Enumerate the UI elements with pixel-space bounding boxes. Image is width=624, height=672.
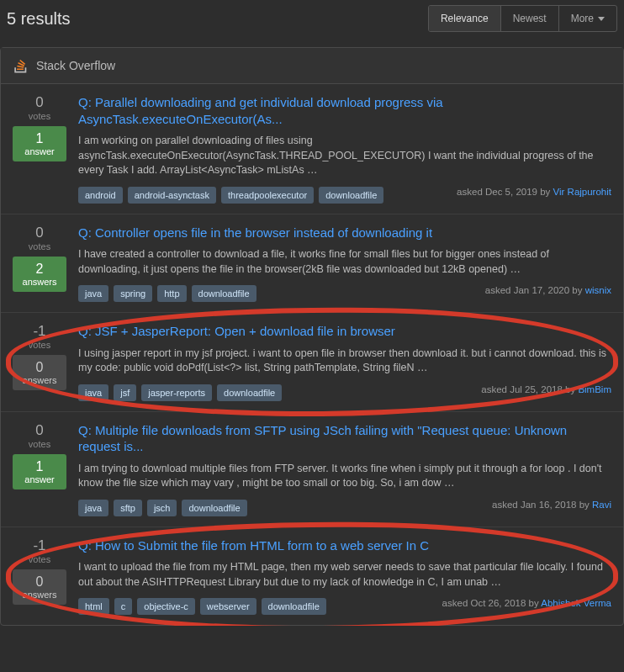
results-count: 5 results [7,9,71,29]
tag-list: htmlcobjective-cwebserverdownloadfile [78,598,326,615]
asked-info: asked Jul 25, 2018 by BimBim [481,384,611,394]
vote-count: 0votes [13,225,66,251]
result-excerpt: I want to upload the file from my HTML p… [78,560,611,590]
tag[interactable]: downloadfile [217,384,282,401]
tag[interactable]: java [78,285,108,302]
result-stats: 0votes2answers [13,225,66,303]
asked-info: asked Oct 26, 2018 by Abhishek Verma [442,598,611,608]
tag[interactable]: http [157,285,186,302]
vote-count: 0votes [13,422,66,449]
result-content: Q: JSF + JasperReport: Open + download f… [78,323,611,401]
tag[interactable]: jsf [114,384,136,401]
author-link[interactable]: Abhishek Verma [541,598,611,608]
result-title-link[interactable]: Q: Controller opens file in the browser … [78,225,432,240]
search-result: 0votes1answerQ: Parallel downloading and… [1,84,623,214]
tag[interactable]: downloadfile [319,187,383,204]
tag-list: androidandroid-asynctaskthreadpoolexecut… [78,187,383,204]
search-result: 0votes1answerQ: Multiple file downloads … [1,412,623,527]
tag[interactable]: threadpoolexecutor [221,187,314,204]
tag[interactable]: html [78,598,109,615]
tag[interactable]: jsch [147,500,177,516]
panel-title: Stack Overflow [36,59,115,72]
tag[interactable]: spring [114,285,152,302]
chevron-down-icon [598,17,605,21]
tag[interactable]: downloadfile [262,598,326,615]
search-result: -1votes0answersQ: JSF + JasperReport: Op… [1,313,623,412]
search-result: 0votes2answersQ: Controller opens file i… [1,214,623,314]
result-title-link[interactable]: Q: Multiple file downloads from SFTP usi… [78,423,567,454]
result-content: Q: Controller opens file in the browser … [78,225,611,303]
tag[interactable]: jasper-reports [141,384,212,401]
answer-count: 1answer [13,454,66,489]
tab-relevance[interactable]: Relevance [429,6,501,31]
tag[interactable]: c [114,598,133,615]
result-stats: -1votes0answers [13,537,66,616]
vote-count: -1votes [13,323,66,350]
result-excerpt: I have created a controller to download … [78,247,611,277]
result-excerpt: I am working on parallel downloading of … [78,134,611,178]
answer-count: 2answers [13,257,66,292]
result-title-link[interactable]: Q: How to Submit the file from HTML form… [78,538,429,553]
result-title-link[interactable]: Q: JSF + JasperReport: Open + download f… [78,324,395,338]
asked-info: asked Dec 5, 2019 by Vir Rajpurohit [457,187,611,197]
result-content: Q: How to Submit the file from HTML form… [78,537,611,616]
author-link[interactable]: BimBim [578,384,611,394]
vote-count: -1votes [13,537,66,564]
tag[interactable]: downloadfile [182,500,246,516]
author-link[interactable]: Vir Rajpurohit [553,187,611,197]
result-title-link[interactable]: Q: Parallel downloading and get individu… [78,95,443,126]
asked-info: asked Jan 16, 2018 by Ravi [492,500,611,510]
author-link[interactable]: Ravi [592,500,611,510]
tag[interactable]: java [78,384,108,401]
tag[interactable]: android [78,187,123,204]
tab-more[interactable]: More [559,6,616,31]
tag[interactable]: objective-c [137,598,195,615]
result-content: Q: Parallel downloading and get individu… [78,94,611,204]
asked-info: asked Jan 17, 2020 by wisnix [485,285,611,295]
tag[interactable]: webserver [200,598,256,615]
tag-list: javasftpjschdownloadfile [78,500,247,516]
tab-newest[interactable]: Newest [501,6,559,31]
result-stats: -1votes0answers [13,323,66,401]
answer-count: 0answers [13,569,66,605]
author-link[interactable]: wisnix [585,285,611,295]
tag[interactable]: java [78,500,108,516]
tag[interactable]: downloadfile [192,285,256,302]
result-excerpt: I am trying to download multiple files f… [78,462,611,491]
panel-header: Stack Overflow [1,48,623,84]
result-excerpt: I using jasper report in my jsf project.… [78,347,611,376]
search-result: -1votes0answersQ: How to Submit the file… [1,527,623,626]
sort-tabs: Relevance Newest More [428,5,617,32]
answer-count: 0answers [13,355,66,390]
result-stats: 0votes1answer [13,422,66,516]
tag-list: javaspringhttpdownloadfile [78,285,256,302]
tag-list: javajsfjasper-reportsdownloadfile [78,384,282,401]
vote-count: 0votes [13,94,66,121]
tag[interactable]: sftp [114,500,142,516]
answer-count: 1answer [13,126,66,161]
result-content: Q: Multiple file downloads from SFTP usi… [78,422,611,516]
result-stats: 0votes1answer [13,94,66,204]
tag[interactable]: android-asynctask [128,187,216,204]
stackoverflow-icon [13,58,28,73]
